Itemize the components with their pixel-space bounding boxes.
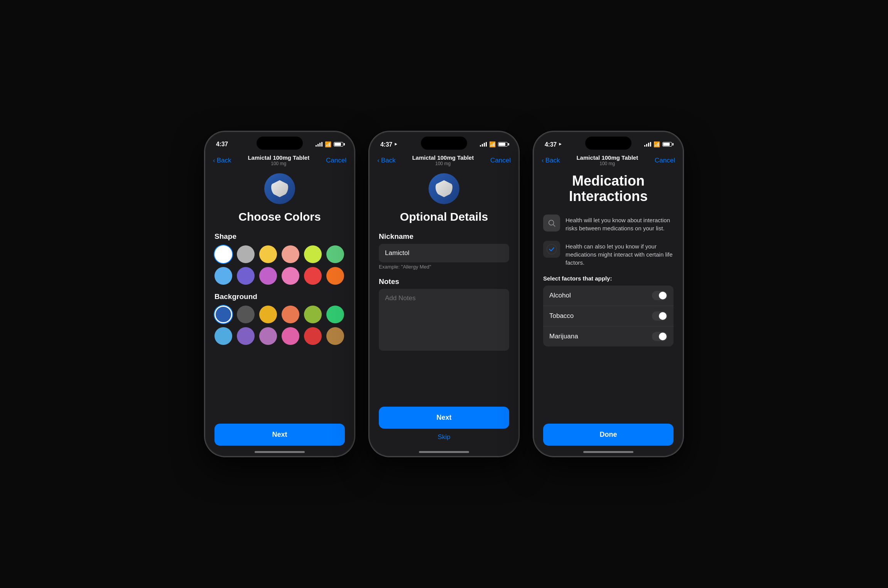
bg-color-9[interactable] xyxy=(282,327,299,345)
nav-back-3[interactable]: ‹ Back xyxy=(542,157,560,164)
shape-color-1[interactable] xyxy=(237,245,255,263)
signal-bar-8 xyxy=(486,142,487,147)
factors-list: Alcohol Tobacco Marijuana xyxy=(543,286,674,346)
pill-icon-2 xyxy=(429,173,459,204)
bg-color-7[interactable] xyxy=(237,327,255,345)
interaction-text-1: Health will let you know about interacti… xyxy=(566,215,674,232)
factor-name-marijuana: Marijuana xyxy=(549,333,578,340)
pill-shape-2 xyxy=(436,180,452,197)
screen-title-1: Choose Colors xyxy=(214,210,345,223)
signal-bar-1 xyxy=(316,145,317,147)
signal-bar-3 xyxy=(319,143,321,147)
bg-color-1[interactable] xyxy=(237,306,255,323)
shape-label: Shape xyxy=(214,232,345,241)
signal-bars-1 xyxy=(316,142,322,147)
shape-color-11[interactable] xyxy=(326,267,344,285)
interaction-item-2: Health can also let you know if your med… xyxy=(543,241,674,267)
nav-bar-3: ‹ Back Lamictal 100mg Tablet 100 mg Canc… xyxy=(534,151,683,169)
background-label: Background xyxy=(214,292,345,301)
shape-color-7[interactable] xyxy=(237,267,255,285)
home-indicator-1 xyxy=(255,451,305,453)
status-icons-3: 📶 xyxy=(644,141,672,147)
wifi-icon-1: 📶 xyxy=(325,141,331,147)
shape-color-2[interactable] xyxy=(259,245,277,263)
dynamic-island-1 xyxy=(257,137,303,150)
shape-color-grid xyxy=(214,245,345,285)
skip-button[interactable]: Skip xyxy=(379,429,509,446)
nav-back-1[interactable]: ‹ Back xyxy=(213,157,231,164)
bg-color-11[interactable] xyxy=(326,327,344,345)
signal-bar-9 xyxy=(644,145,645,147)
shape-color-3[interactable] xyxy=(282,245,299,263)
status-icons-1: 📶 xyxy=(316,141,343,147)
shape-color-10[interactable] xyxy=(304,267,322,285)
bg-color-5[interactable] xyxy=(326,306,344,323)
nav-title-block-3: Lamictal 100mg Tablet 100 mg xyxy=(576,154,638,166)
nav-back-2[interactable]: ‹ Back xyxy=(377,157,395,164)
svg-point-2 xyxy=(547,245,556,254)
search-icon xyxy=(543,215,560,231)
nav-title-3: Lamictal 100mg Tablet xyxy=(576,154,638,161)
nav-cancel-1[interactable]: Cancel xyxy=(326,157,346,164)
next-button-2[interactable]: Next xyxy=(379,407,509,429)
shape-color-5[interactable] xyxy=(326,245,344,263)
next-button-1[interactable]: Next xyxy=(214,424,345,446)
toggle-tobacco[interactable] xyxy=(652,311,667,321)
done-button[interactable]: Done xyxy=(543,424,674,446)
factor-name-tobacco: Tobacco xyxy=(549,312,574,320)
factor-item-tobacco: Tobacco xyxy=(543,306,674,326)
dynamic-island-2 xyxy=(421,137,467,150)
battery-fill-3 xyxy=(663,143,670,146)
shape-color-8[interactable] xyxy=(259,267,277,285)
signal-bar-4 xyxy=(321,142,322,147)
bg-color-8[interactable] xyxy=(259,327,277,345)
signal-bars-2 xyxy=(480,142,487,147)
nav-cancel-2[interactable]: Cancel xyxy=(490,157,511,164)
battery-icon-1 xyxy=(334,142,343,147)
signal-bar-2 xyxy=(317,144,319,147)
nav-cancel-3[interactable]: Cancel xyxy=(655,157,675,164)
nav-bar-1: ‹ Back Lamictal 100mg Tablet 100 mg Canc… xyxy=(205,151,354,169)
screen-content-3: MedicationInteractions Health will let y… xyxy=(534,169,683,455)
status-time-1: 4:37 xyxy=(216,141,228,148)
battery-icon-3 xyxy=(662,142,672,147)
battery-fill-1 xyxy=(334,143,341,146)
signal-bar-10 xyxy=(646,144,647,147)
shape-color-0[interactable] xyxy=(214,245,232,263)
svg-line-1 xyxy=(553,225,555,226)
bg-color-6[interactable] xyxy=(214,327,232,345)
shape-color-9[interactable] xyxy=(282,267,299,285)
nav-title-1: Lamictal 100mg Tablet xyxy=(248,154,309,161)
notes-textarea[interactable] xyxy=(379,289,509,351)
bg-color-0[interactable] xyxy=(214,306,232,323)
interaction-item-1: Health will let you know about interacti… xyxy=(543,215,674,232)
toggle-marijuana[interactable] xyxy=(652,332,667,341)
nav-bar-2: ‹ Back Lamictal 100mg Tablet 100 mg Canc… xyxy=(370,151,518,169)
bg-color-3[interactable] xyxy=(282,306,299,323)
pill-icon-container-2 xyxy=(379,173,509,204)
shape-color-4[interactable] xyxy=(304,245,322,263)
nav-title-block-2: Lamictal 100mg Tablet 100 mg xyxy=(412,154,474,166)
wifi-icon-2: 📶 xyxy=(489,141,496,147)
screen-title-2: Optional Details xyxy=(379,210,509,223)
select-factors-label: Select factors that apply: xyxy=(543,275,674,282)
nickname-input[interactable] xyxy=(379,244,509,262)
toggle-alcohol[interactable] xyxy=(652,291,667,300)
notes-label: Notes xyxy=(379,277,509,286)
bg-color-2[interactable] xyxy=(259,306,277,323)
nav-title-2: Lamictal 100mg Tablet xyxy=(412,154,474,161)
dynamic-island-3 xyxy=(585,137,631,150)
factor-name-alcohol: Alcohol xyxy=(549,292,571,299)
bg-color-10[interactable] xyxy=(304,327,322,345)
battery-icon-2 xyxy=(498,142,508,147)
pill-shape-1 xyxy=(271,180,288,197)
nickname-hint: Example: "Allergy Med" xyxy=(379,264,509,270)
signal-bar-6 xyxy=(482,144,483,147)
bg-color-4[interactable] xyxy=(304,306,322,323)
factor-item-alcohol: Alcohol xyxy=(543,286,674,306)
checkmark-icon xyxy=(543,241,560,258)
screen-content-2: Optional Details Nickname Example: "Alle… xyxy=(370,169,518,455)
shape-color-6[interactable] xyxy=(214,267,232,285)
phone-1: 4:37 📶 ‹ Back Lamictal 100mg Tablet 100 … xyxy=(204,131,355,457)
phone-2: 4:37 ‣ 📶 ‹ Back Lamictal 100mg Tablet 10… xyxy=(369,131,519,457)
